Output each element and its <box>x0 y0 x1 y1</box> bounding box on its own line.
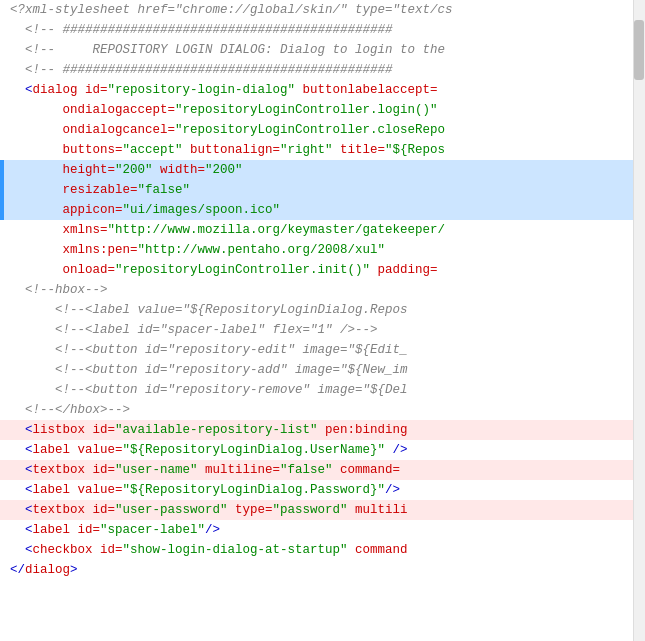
token: "${RepositoryLoginDialog.Password}" <box>123 483 386 497</box>
token: "http://www.pentaho.org/2008/xul" <box>138 243 386 257</box>
line-content: buttons="accept" buttonalign="right" tit… <box>4 140 645 160</box>
token: < <box>10 423 33 437</box>
code-line: onload="repositoryLoginController.init()… <box>0 260 645 280</box>
token: < <box>10 443 33 457</box>
line-content: <!--<label value="${RepositoryLoginDialo… <box>4 300 645 320</box>
line-content: <!--<label id="spacer-label" flex="1" />… <box>4 320 645 340</box>
token: pen:binding <box>318 423 408 437</box>
token: "false" <box>280 463 333 477</box>
token: "user-name" <box>115 463 198 477</box>
code-line: <label value="${RepositoryLoginDialog.Pa… <box>0 480 645 500</box>
token: xmlns= <box>10 223 108 237</box>
token: <?xml-stylesheet href="chrome://global/s… <box>10 3 453 17</box>
line-content: onload="repositoryLoginController.init()… <box>4 260 645 280</box>
token: < <box>10 523 33 537</box>
token: id= <box>93 543 123 557</box>
code-line: height="200" width="200" <box>0 160 645 180</box>
line-content: </dialog> <box>4 560 645 580</box>
code-line: <listbox id="available-repository-list" … <box>0 420 645 440</box>
token: <!--<button id="repository-edit" image="… <box>10 343 408 357</box>
token: command <box>348 543 408 557</box>
code-line: <textbox id="user-password" type="passwo… <box>0 500 645 520</box>
token: ondialogcancel= <box>10 123 175 137</box>
token: <!--<button id="repository-remove" image… <box>10 383 408 397</box>
token: textbox <box>33 503 86 517</box>
token: < <box>10 543 33 557</box>
token: "http://www.mozilla.org/keymaster/gateke… <box>108 223 446 237</box>
token: "repository-login-dialog" <box>108 83 296 97</box>
token: id= <box>85 503 115 517</box>
token: padding= <box>370 263 438 277</box>
token: buttonlabelaccept= <box>295 83 438 97</box>
line-content: <label value="${RepositoryLoginDialog.Pa… <box>4 480 645 500</box>
token: "repositoryLoginController.closeRepo <box>175 123 445 137</box>
token: multili <box>348 503 408 517</box>
line-content: <!-- REPOSITORY LOGIN DIALOG: Dialog to … <box>4 40 645 60</box>
token: dialog <box>25 563 70 577</box>
code-line: <label value="${RepositoryLoginDialog.Us… <box>0 440 645 460</box>
token: ondialogaccept= <box>10 103 175 117</box>
token: value= <box>70 443 123 457</box>
line-content: <listbox id="available-repository-list" … <box>4 420 645 440</box>
line-content: <label value="${RepositoryLoginDialog.Us… <box>4 440 645 460</box>
token: "200" <box>205 163 243 177</box>
code-line: <!-- ###################################… <box>0 60 645 80</box>
token: <!--<label id="spacer-label" flex="1" />… <box>10 323 378 337</box>
scrollbar[interactable] <box>633 0 645 641</box>
token: dialog <box>33 83 78 97</box>
token: width= <box>153 163 206 177</box>
token: <!--</hbox>--> <box>10 403 130 417</box>
line-content: ondialogaccept="repositoryLoginControlle… <box>4 100 645 120</box>
token: <!-- <box>10 63 63 77</box>
line-content: <!--<button id="repository-add" image="$… <box>4 360 645 380</box>
token: < <box>10 503 33 517</box>
code-line: xmlns:pen="http://www.pentaho.org/2008/x… <box>0 240 645 260</box>
token: appicon= <box>10 203 123 217</box>
token: < <box>10 463 33 477</box>
token: resizable= <box>10 183 138 197</box>
code-line: <!--<button id="repository-remove" image… <box>0 380 645 400</box>
scrollbar-thumb[interactable] <box>634 20 644 80</box>
line-content: <!--<button id="repository-edit" image="… <box>4 340 645 360</box>
code-line: ondialogaccept="repositoryLoginControlle… <box>0 100 645 120</box>
line-content: <!--<button id="repository-remove" image… <box>4 380 645 400</box>
token: "repositoryLoginController.login()" <box>175 103 438 117</box>
token: height= <box>10 163 115 177</box>
line-content: <label id="spacer-label"/> <box>4 520 645 540</box>
line-content: <!-- ###################################… <box>4 60 645 80</box>
line-content: <textbox id="user-name" multiline="false… <box>4 460 645 480</box>
token: > <box>70 563 78 577</box>
token: "${Repos <box>385 143 445 157</box>
token: <!-- <box>10 43 63 57</box>
code-line: buttons="accept" buttonalign="right" tit… <box>0 140 645 160</box>
token: < <box>10 483 33 497</box>
token: value= <box>70 483 123 497</box>
token: ########################################… <box>63 63 393 77</box>
code-line: xmlns="http://www.mozilla.org/keymaster/… <box>0 220 645 240</box>
line-content: resizable="false" <box>4 180 645 200</box>
token: command= <box>333 463 401 477</box>
line-content: <!--</hbox>--> <box>4 400 645 420</box>
token: <!-- <box>10 23 63 37</box>
token: label <box>33 483 71 497</box>
token: </ <box>10 563 25 577</box>
code-line: <label id="spacer-label"/> <box>0 520 645 540</box>
token: ########################################… <box>63 23 393 37</box>
token: "ui/images/spoon.ico" <box>123 203 281 217</box>
token: id= <box>70 523 100 537</box>
token: "show-login-dialog-at-startup" <box>123 543 348 557</box>
code-line: <!--<button id="repository-edit" image="… <box>0 340 645 360</box>
line-content: xmlns:pen="http://www.pentaho.org/2008/x… <box>4 240 645 260</box>
token: "${RepositoryLoginDialog.UserName}" <box>123 443 386 457</box>
code-line: appicon="ui/images/spoon.ico" <box>0 200 645 220</box>
token: "available-repository-list" <box>115 423 318 437</box>
token: <!--<button id="repository-add" image="$… <box>10 363 408 377</box>
line-content: <textbox id="user-password" type="passwo… <box>4 500 645 520</box>
token: id= <box>85 423 115 437</box>
code-line: <!-- REPOSITORY LOGIN DIALOG: Dialog to … <box>0 40 645 60</box>
token: buttons= <box>10 143 123 157</box>
code-line: </dialog> <box>0 560 645 580</box>
code-editor: <?xml-stylesheet href="chrome://global/s… <box>0 0 645 641</box>
token: id= <box>85 463 115 477</box>
token: REPOSITORY LOGIN DIALOG: Dialog to login… <box>63 43 446 57</box>
